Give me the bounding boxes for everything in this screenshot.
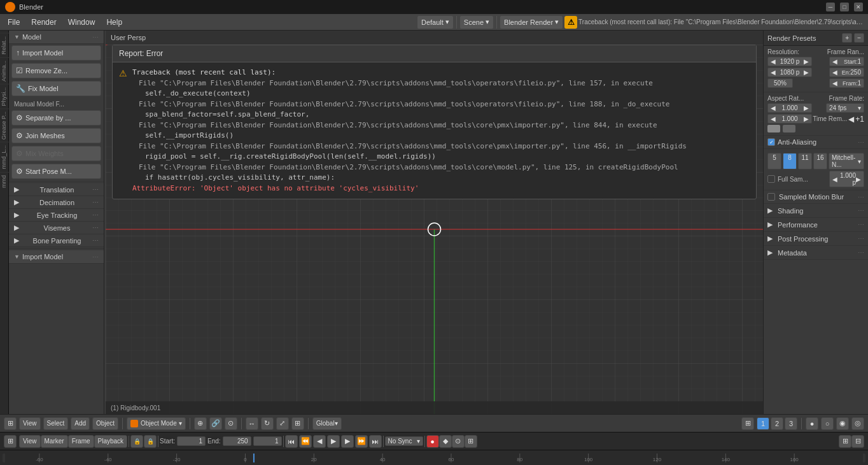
remove-ze-button[interactable]: ☑ Remove Ze...	[11, 63, 101, 78]
translation-section-header[interactable]: ▶ Translation ⋯	[9, 183, 104, 196]
close-button[interactable]: ✕	[854, 3, 863, 11]
viewport-shade-wire[interactable]: ○	[821, 417, 834, 430]
sampled-motion-checkbox[interactable]	[767, 193, 775, 201]
play-next-keyframe-btn[interactable]: ▶	[341, 435, 354, 448]
anti-aliasing-section-header[interactable]: ✓ Anti-Aliasing ⋯	[764, 136, 868, 149]
aa-val-5[interactable]: 5	[767, 153, 781, 169]
layer-1-btn[interactable]: 1	[757, 417, 769, 430]
warning-icon[interactable]: ⚠	[564, 16, 577, 29]
transform-icon-btn[interactable]: ⊞	[291, 417, 304, 430]
full-sam-checkbox[interactable]	[767, 175, 775, 183]
move-icon-btn[interactable]: ↔	[246, 417, 258, 430]
play-jump-end-btn[interactable]: ⏭	[369, 435, 382, 448]
add-menu-btn[interactable]: Add	[71, 417, 90, 430]
aspect-y-input[interactable]: ◀ 1.000 ▶	[767, 114, 812, 124]
scene-selector[interactable]: Scene ▾	[459, 15, 494, 29]
bone-parenting-section-header[interactable]: ▶ Bone Parenting ⋯	[9, 234, 104, 247]
layer-icon-btn[interactable]: ⊞	[741, 417, 754, 430]
res-x-input[interactable]: ◀ 1920 p ▶	[767, 57, 812, 66]
tab-relat[interactable]: Relat...	[0, 33, 9, 57]
menu-window[interactable]: Window	[63, 16, 101, 29]
tab-mmdl[interactable]: mmd_L...	[0, 142, 9, 172]
onion-skin-btn[interactable]: ⊙	[452, 435, 465, 448]
viewport-shade-render[interactable]: ◎	[851, 417, 864, 430]
object-menu-btn[interactable]: Object	[92, 417, 118, 430]
tl-view-btn[interactable]: ⊞	[4, 435, 17, 448]
play-jump-start-btn[interactable]: ⏮	[285, 435, 298, 448]
render-preset-add-btn[interactable]: +	[842, 33, 852, 43]
tl-end-frame[interactable]: 250	[223, 436, 251, 446]
workspace-selector[interactable]: Default ▾	[417, 15, 454, 29]
tl-marker-menu[interactable]: Marker	[41, 435, 68, 448]
render-engine-selector[interactable]: Blender Render ▾	[500, 15, 563, 29]
menu-help[interactable]: Help	[101, 16, 127, 29]
res-y-input[interactable]: ◀ 1080 p ▶	[767, 68, 812, 77]
frame-start-input[interactable]: ◀ Start:1	[829, 57, 864, 66]
full-sam-value[interactable]: ◀ 1.000 p ▶	[829, 171, 864, 187]
tab-physi[interactable]: Physi...	[0, 84, 9, 109]
layer-2-btn[interactable]: 2	[771, 417, 783, 430]
separate-by-button[interactable]: ⚙ Separate by ...	[11, 110, 101, 125]
aa-val-16[interactable]: 16	[813, 153, 827, 169]
tl-frame-menu[interactable]: Frame	[68, 435, 94, 448]
sampled-motion-section-header[interactable]: Sampled Motion Blur ⋯	[764, 190, 868, 204]
keyframe-btn[interactable]: ◆	[439, 435, 452, 448]
play-prev-keyframe-btn[interactable]: ◀	[313, 435, 326, 448]
pivot-icon-btn[interactable]: ⊕	[194, 417, 207, 430]
render-preset-remove-btn[interactable]: −	[854, 33, 864, 43]
play-next-frame-btn[interactable]: ⏩	[355, 435, 368, 448]
play-prev-frame-btn[interactable]: ⏪	[299, 435, 312, 448]
snap-icon-btn[interactable]: 🔗	[209, 417, 222, 430]
menu-file[interactable]: File	[3, 16, 25, 29]
record-btn[interactable]: ●	[426, 435, 439, 448]
aa-val-11[interactable]: 11	[798, 153, 812, 169]
scale-icon-btn[interactable]: ⤢	[276, 417, 289, 430]
tab-mmd[interactable]: mmd	[0, 172, 9, 190]
frame-end-input[interactable]: ◀ En:250	[829, 68, 864, 77]
tl-right-2[interactable]: ⊟	[851, 435, 864, 448]
aspect-x-input[interactable]: ◀ 1.000 ▶	[767, 103, 812, 113]
menu-render[interactable]: Render	[26, 16, 61, 29]
viewport-shade-tex[interactable]: ◉	[836, 417, 849, 430]
color-swatch-2[interactable]	[783, 125, 795, 132]
tl-view-menu[interactable]: View	[19, 435, 41, 448]
frame-rate-select[interactable]: 24 fps ▾	[826, 103, 864, 113]
aa-val-8[interactable]: 8	[783, 153, 797, 169]
join-meshes-button[interactable]: ⚙ Join Meshes	[11, 128, 101, 143]
maximize-button[interactable]: □	[840, 3, 849, 11]
proportional-icon-btn[interactable]: ⊙	[225, 417, 237, 430]
metadata-section-header[interactable]: ▶ Metadata ⋯	[764, 246, 868, 260]
minimize-button[interactable]: ─	[826, 3, 835, 11]
tl-keying-btn[interactable]: 🔒	[144, 435, 157, 448]
view-menu-btn[interactable]: View	[19, 417, 41, 430]
performance-section-header[interactable]: ▶ Performance ⋯	[764, 218, 868, 232]
rotate-icon-btn[interactable]: ↻	[261, 417, 274, 430]
eye-tracking-section-header[interactable]: ▶ Eye Tracking ⋯	[9, 209, 104, 222]
aa-checkbox[interactable]: ✓	[767, 138, 775, 146]
start-pose-m-button[interactable]: ⚙ Start Pose M...	[11, 164, 101, 179]
object-mode-selector[interactable]: Object Mode ▾	[127, 417, 186, 430]
tab-grease[interactable]: Grease P...	[0, 108, 9, 142]
play-btn[interactable]: ▶	[327, 435, 340, 448]
viewport-shade-solid[interactable]: ●	[806, 417, 818, 430]
decimation-section-header[interactable]: ▶ Decimation ⋯	[9, 196, 104, 209]
visemes-section-header[interactable]: ▶ Visemes ⋯	[9, 222, 104, 234]
mitchell-select[interactable]: Mitchell-N... ▾	[829, 153, 864, 169]
post-processing-section-header[interactable]: ▶ Post Processing ⋯	[764, 232, 868, 246]
shading-section-header[interactable]: ▶ Shading ⋯	[764, 204, 868, 218]
tl-playback-menu[interactable]: Playback	[94, 435, 128, 448]
sync-selector[interactable]: No Sync ▾	[385, 436, 423, 446]
model-section-header[interactable]: ▼ Model ⋯	[9, 31, 104, 44]
global-btn[interactable]: Global ▾	[312, 417, 342, 430]
timeline-track[interactable]: -60 -40 -20 0 20 40 60 80 100 120	[3, 454, 865, 462]
select-menu-btn[interactable]: Select	[43, 417, 69, 430]
timeline-extra-btn[interactable]: ⊞	[465, 435, 477, 448]
tl-start-frame[interactable]: 1	[177, 436, 206, 446]
tl-current-frame[interactable]: 1	[253, 436, 282, 446]
fix-model-button[interactable]: 🔧 Fix Model	[11, 81, 101, 96]
tab-anima[interactable]: Anima...	[0, 57, 9, 84]
res-percent-input[interactable]: 50%	[767, 78, 793, 88]
import-model-button[interactable]: ↑ Import Model	[11, 45, 101, 61]
viewport-icon-btn[interactable]: ⊞	[4, 417, 17, 430]
tl-frame-lock-btn[interactable]: 🔒	[130, 435, 143, 448]
